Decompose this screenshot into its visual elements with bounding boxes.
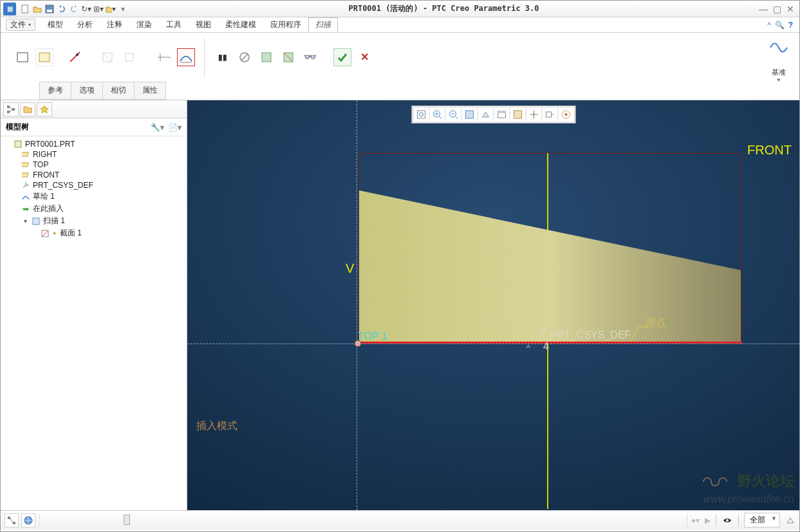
subtab-options[interactable]: 选项: [71, 82, 103, 100]
cancel-icon[interactable]: ✕: [355, 48, 373, 66]
qat-icon[interactable]: ⊞▾: [93, 3, 104, 15]
csys-icon: [21, 181, 30, 190]
datum-panel[interactable]: 基准 ▼: [766, 38, 792, 83]
attach-preview-icon[interactable]: [257, 48, 275, 66]
svg-line-31: [439, 116, 442, 119]
datum-display-icon[interactable]: [525, 107, 542, 122]
repaint-icon[interactable]: [461, 107, 478, 122]
new-icon[interactable]: [19, 3, 31, 15]
tree-item-insert[interactable]: ➡在此插入: [2, 203, 185, 215]
svg-rect-39: [498, 111, 505, 113]
redo-icon[interactable]: [68, 3, 80, 15]
subtab-props[interactable]: 属性: [134, 82, 166, 100]
tab-flex[interactable]: 柔性建模: [218, 17, 263, 32]
separate-preview-icon[interactable]: [279, 48, 297, 66]
app-icon[interactable]: ▦: [3, 3, 16, 15]
svg-line-48: [10, 518, 13, 523]
tree-item-section[interactable]: ✦截面 1: [2, 227, 185, 239]
sb-find-icon[interactable]: [721, 516, 733, 525]
tree-item-csys[interactable]: PRT_CSYS_DEF: [2, 180, 185, 190]
tab-analysis[interactable]: 分析: [70, 17, 100, 32]
svg-line-11: [241, 54, 248, 60]
tab-apps[interactable]: 应用程序: [263, 17, 308, 32]
sketch-icon: [21, 192, 30, 201]
window-controls: — ▢ ✕: [759, 4, 797, 14]
folder-tab-icon[interactable]: [20, 102, 35, 116]
help-icon[interactable]: ?: [788, 21, 793, 30]
model-tree-panel: 模型树 🔧▾ 📄▾ PRT0001.PRT RIGHT TOP FRONT PR…: [1, 100, 187, 510]
surface-sweep-icon[interactable]: [35, 48, 53, 66]
sketch-section-icon[interactable]: [66, 48, 84, 66]
qat-more-icon[interactable]: ▾: [117, 3, 129, 15]
annotation-display-icon[interactable]: [541, 107, 558, 122]
verify-icon[interactable]: 👓: [301, 48, 319, 66]
sb-tree-icon[interactable]: [5, 513, 19, 527]
open-icon[interactable]: [32, 3, 43, 15]
subtab-reference[interactable]: 参考: [39, 82, 71, 100]
remove-material-icon[interactable]: [98, 48, 116, 66]
tab-tools[interactable]: 工具: [159, 17, 189, 32]
tree-root[interactable]: PRT0001.PRT: [2, 139, 185, 149]
y-axis-label: Y: [540, 327, 547, 339]
sweep-surface: [187, 100, 795, 510]
sb-record-icon[interactable]: ●▾: [691, 516, 700, 525]
tree-item-top[interactable]: TOP: [2, 160, 185, 170]
minimize-icon[interactable]: —: [759, 4, 768, 14]
file-menu[interactable]: 文件: [6, 19, 35, 31]
sb-browser-icon[interactable]: [21, 513, 35, 527]
save-icon[interactable]: [44, 3, 55, 15]
tree-tab-icon[interactable]: [3, 102, 19, 116]
view-toolbar: [411, 105, 575, 124]
collapse-ribbon-icon[interactable]: ^: [767, 21, 770, 29]
ribbon-right-controls: ^ 🔍 ?: [767, 17, 799, 32]
tab-sweep[interactable]: 扫描: [308, 17, 338, 32]
tree-item-sketch[interactable]: 草绘 1: [2, 190, 185, 203]
fav-tab-icon[interactable]: [37, 102, 52, 116]
solid-sweep-icon[interactable]: [14, 48, 32, 66]
sb-play-icon[interactable]: ▶: [705, 516, 711, 525]
svg-rect-20: [15, 141, 21, 147]
quick-access: ▦ ↻▾ ⊞▾ ▾ ▾: [3, 3, 129, 15]
close-icon[interactable]: ✕: [786, 4, 794, 14]
maximize-icon[interactable]: ▢: [773, 4, 781, 14]
spin-center-icon[interactable]: [557, 107, 574, 122]
display-style-icon[interactable]: [477, 107, 494, 122]
svg-rect-40: [514, 111, 521, 118]
sb-slider-handle[interactable]: [124, 515, 130, 525]
tree-item-right[interactable]: RIGHT: [2, 149, 185, 160]
pause-icon[interactable]: ▮▮: [214, 48, 232, 66]
refit-icon[interactable]: [413, 107, 429, 122]
tree-item-front[interactable]: FRONT: [2, 170, 185, 180]
graphics-viewport[interactable]: ^ FRONT V TOP 1 PRT_CSYS_DEF Y 4 原点 插入模式…: [187, 100, 799, 510]
tree-item-sweep[interactable]: ▾扫描 1: [2, 215, 185, 227]
accept-icon[interactable]: [333, 48, 351, 66]
tab-view[interactable]: 视图: [189, 17, 218, 32]
tab-model[interactable]: 模型: [41, 17, 70, 32]
svg-rect-17: [12, 108, 15, 111]
undo-icon[interactable]: [56, 3, 68, 15]
svg-rect-43: [546, 112, 551, 117]
origin-leader: [630, 326, 656, 345]
tab-render[interactable]: 渲染: [129, 17, 159, 32]
windows-icon[interactable]: ▾: [105, 3, 116, 15]
subtab-tangent[interactable]: 相切: [102, 82, 135, 100]
tree-settings-icon[interactable]: 🔧▾: [151, 123, 164, 132]
view-manager-icon[interactable]: [509, 107, 526, 122]
model-tree[interactable]: PRT0001.PRT RIGHT TOP FRONT PRT_CSYS_DEF…: [1, 136, 187, 510]
collapse-icon[interactable]: ▾: [21, 217, 29, 225]
saved-views-icon[interactable]: [493, 107, 510, 122]
variable-section-icon[interactable]: [177, 48, 195, 66]
top-plane-label: TOP 1: [358, 331, 387, 342]
regen-icon[interactable]: ↻▾: [80, 3, 92, 15]
tab-annotate[interactable]: 注释: [100, 17, 129, 32]
zoom-out-icon[interactable]: [445, 107, 461, 122]
search-icon[interactable]: 🔍: [775, 21, 785, 30]
zoom-in-icon[interactable]: [429, 107, 445, 122]
selection-filter[interactable]: 全部 ▼: [744, 513, 780, 527]
thicken-icon[interactable]: [120, 48, 138, 66]
sb-slider-track[interactable]: [39, 514, 687, 527]
const-section-icon[interactable]: [155, 48, 173, 66]
no-preview-icon[interactable]: [236, 48, 254, 66]
tree-show-icon[interactable]: 📄▾: [168, 123, 181, 132]
sb-geom-icon[interactable]: [785, 515, 795, 526]
